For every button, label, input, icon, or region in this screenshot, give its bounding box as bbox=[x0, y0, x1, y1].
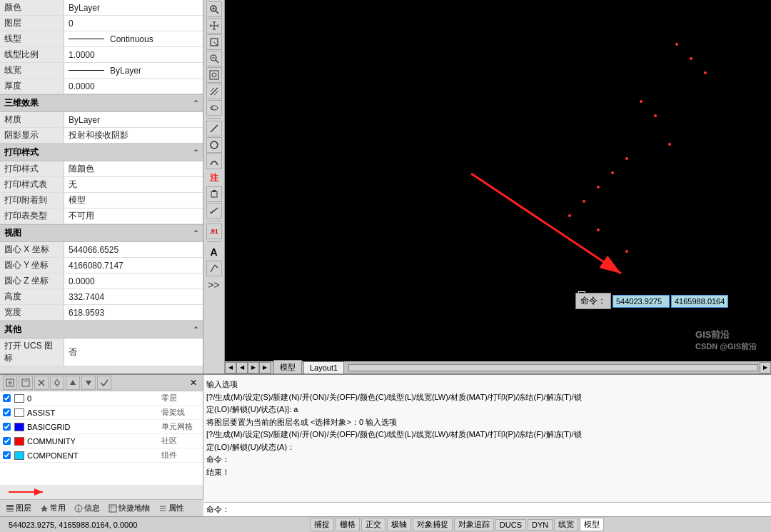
prop-value-thickness[interactable]: 0.0000 bbox=[64, 79, 203, 94]
zoom-prev-btn[interactable] bbox=[206, 51, 222, 66]
measure-btn[interactable] bbox=[206, 203, 222, 219]
scroll-end-btn[interactable]: ▶ bbox=[760, 362, 771, 373]
collapse-other-icon[interactable]: ⌃ bbox=[193, 326, 198, 333]
prop-value-printattach[interactable]: 模型 bbox=[64, 193, 203, 208]
prop-value-linetype[interactable]: Continuous bbox=[64, 31, 203, 46]
layer-row-assist[interactable]: ASSIST 骨架线 bbox=[0, 406, 203, 420]
prop-row-cx: 圆心 X 坐标 544066.6525 bbox=[0, 242, 203, 258]
prop-row-printtable: 打印样式表 无 bbox=[0, 177, 203, 193]
layer-0-checkbox[interactable] bbox=[0, 394, 13, 402]
layer-component-checkbox[interactable] bbox=[0, 451, 13, 459]
canvas-area[interactable]: 命令： 544023.9275 4165988.0164 GIS前沿 CSDN … bbox=[225, 0, 771, 373]
status-lw-btn[interactable]: 线宽 bbox=[554, 518, 578, 531]
layer-basicgrid-checkbox[interactable] bbox=[0, 423, 13, 431]
prop-label-thickness: 厚度 bbox=[0, 79, 64, 94]
status-dyn-btn[interactable]: DYN bbox=[528, 519, 553, 531]
layer-assist-checkbox[interactable] bbox=[0, 408, 13, 416]
command-prompt-area[interactable]: 命令： bbox=[203, 502, 771, 516]
tab-common-btn[interactable]: 常用 bbox=[37, 501, 69, 515]
status-ducs-btn[interactable]: DUCS bbox=[495, 519, 526, 531]
layer-new-btn[interactable] bbox=[3, 376, 17, 390]
cmd-x-input[interactable]: 544023.9275 bbox=[613, 295, 670, 308]
status-osnap-btn[interactable]: 对象捕捉 bbox=[413, 518, 453, 531]
prop-value-cx[interactable]: 544066.6525 bbox=[64, 242, 203, 257]
layer-row-component[interactable]: COMPONENT 组件 bbox=[0, 448, 203, 463]
layer-panel-close-btn[interactable]: ✕ bbox=[187, 378, 200, 388]
zoom-window-btn[interactable] bbox=[206, 34, 222, 50]
zoom-realtime-btn[interactable] bbox=[206, 1, 222, 17]
layer-delete-btn[interactable] bbox=[34, 376, 49, 390]
layer-community-checkbox[interactable] bbox=[0, 437, 13, 445]
layer-check-btn[interactable] bbox=[97, 376, 111, 390]
layer-save-btn[interactable] bbox=[19, 376, 33, 390]
red-dot-5 bbox=[654, 114, 657, 117]
layer-down-btn[interactable] bbox=[81, 376, 96, 390]
prop-value-cy[interactable]: 4166080.7147 bbox=[64, 258, 203, 273]
layer-row-community[interactable]: COMMUNITY 社区 bbox=[0, 434, 203, 448]
status-otrack-btn[interactable]: 对象追踪 bbox=[454, 518, 494, 531]
prop-label-color: 颜色 bbox=[0, 0, 64, 15]
scroll-right-btn[interactable]: ◀ bbox=[236, 362, 248, 373]
draw-arc-btn[interactable] bbox=[206, 154, 222, 169]
text-btn[interactable]: A bbox=[206, 244, 222, 260]
tab-layout1[interactable]: Layout1 bbox=[303, 361, 344, 373]
tab-quickobj-btn[interactable]: 快捷地物 bbox=[106, 501, 153, 515]
zoom-extents-btn[interactable] bbox=[206, 67, 222, 83]
scale-btn[interactable]: .91 bbox=[206, 224, 222, 239]
bump-btn[interactable] bbox=[206, 186, 222, 202]
prop-value-linescale[interactable]: 1.0000 bbox=[64, 47, 203, 62]
layer-set-btn[interactable] bbox=[50, 376, 64, 390]
tab-layers-btn[interactable]: 图层 bbox=[3, 501, 34, 515]
prop-value-width[interactable]: 618.9593 bbox=[64, 305, 203, 320]
prop-value-height[interactable]: 332.7404 bbox=[64, 289, 203, 304]
scroll-right3-btn[interactable]: ▶ bbox=[259, 362, 271, 373]
prop-value-printtype[interactable]: 不可用 bbox=[64, 209, 203, 224]
zoom-scale-btn[interactable] bbox=[206, 84, 222, 99]
prop-value-material[interactable]: ByLayer bbox=[64, 112, 203, 127]
layer-panel: ✕ 0 零层 ASSIST 骨架线 bbox=[0, 375, 203, 516]
properties-panel: 颜色 ByLayer 图层 0 线型 Continuous 线型比例 1.00 bbox=[0, 0, 203, 373]
svg-point-33 bbox=[55, 381, 59, 385]
prop-value-linewidth[interactable]: ByLayer bbox=[64, 63, 203, 78]
tab-model[interactable]: 模型 bbox=[273, 360, 302, 373]
collapse-3d-icon[interactable]: ⌃ bbox=[193, 99, 198, 107]
collapse-view-icon[interactable]: ⌃ bbox=[193, 229, 198, 237]
prop-label-linescale: 线型比例 bbox=[0, 47, 64, 62]
scroll-right2-btn[interactable]: ▶ bbox=[248, 362, 259, 373]
scroll-left-btn[interactable]: ◀ bbox=[225, 362, 236, 373]
svg-rect-9 bbox=[210, 71, 218, 79]
sketch-btn[interactable] bbox=[206, 261, 222, 276]
section-header-print: 打印样式 ⌃ bbox=[0, 144, 203, 161]
prop-value-printtable[interactable]: 无 bbox=[64, 177, 203, 192]
prop-value-layer[interactable]: 0 bbox=[64, 16, 203, 31]
section-header-other: 其他 ⌃ bbox=[0, 321, 203, 338]
section-label-other: 其他 bbox=[4, 323, 21, 336]
draw-line-btn[interactable] bbox=[206, 121, 222, 136]
layer-row-0[interactable]: 0 零层 bbox=[0, 391, 203, 406]
cmd-y-input[interactable]: 4165988.0164 bbox=[671, 295, 728, 308]
status-grid-btn[interactable]: 栅格 bbox=[336, 518, 360, 531]
collapse-print-icon[interactable]: ⌃ bbox=[193, 149, 198, 156]
more-btn[interactable]: >> bbox=[206, 277, 222, 293]
status-polar-btn[interactable]: 极轴 bbox=[387, 518, 411, 531]
prop-value-printstyle[interactable]: 随颜色 bbox=[64, 161, 203, 176]
status-snap-btn[interactable]: 捕捉 bbox=[310, 518, 334, 531]
status-ortho-btn[interactable]: 正交 bbox=[361, 518, 386, 531]
prop-section-view: 圆心 X 坐标 544066.6525 圆心 Y 坐标 4166080.7147… bbox=[0, 242, 203, 321]
layer-up-btn[interactable] bbox=[66, 376, 80, 390]
rotate3d-btn[interactable] bbox=[206, 100, 222, 116]
prop-value-ucs[interactable]: 否 bbox=[64, 338, 203, 366]
scrollbar-track-h[interactable] bbox=[348, 364, 758, 371]
tab-info-btn[interactable]: 信息 bbox=[71, 501, 103, 515]
section-header-3d: 三维效果 ⌃ bbox=[0, 94, 203, 112]
layer-row-basicgrid[interactable]: BASICGRID 单元网格 bbox=[0, 420, 203, 434]
status-model-btn[interactable]: 模型 bbox=[580, 518, 604, 531]
prop-value-color[interactable]: ByLayer bbox=[64, 0, 203, 15]
draw-circle-btn[interactable] bbox=[206, 137, 222, 153]
prop-value-shadow[interactable]: 投射和接收阴影 bbox=[64, 128, 203, 143]
pan-btn[interactable] bbox=[206, 18, 222, 34]
prop-label-printattach: 打印附着到 bbox=[0, 193, 64, 208]
prop-value-cz[interactable]: 0.0000 bbox=[64, 273, 203, 288]
annotate-red-btn[interactable]: 注 bbox=[206, 170, 222, 186]
tab-props-btn[interactable]: 属性 bbox=[156, 501, 187, 515]
